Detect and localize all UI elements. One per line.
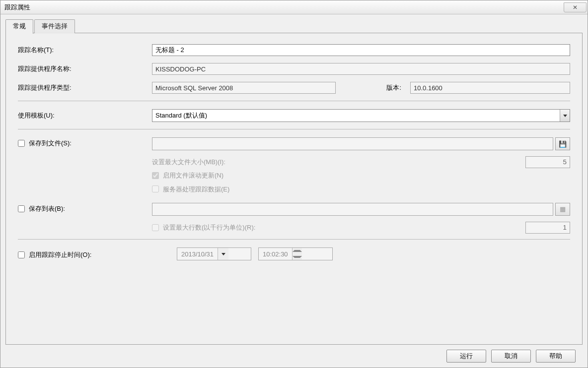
server-process-checkbox — [152, 185, 159, 192]
chevron-down-icon — [293, 256, 302, 258]
save-file-path-field — [152, 137, 553, 150]
save-to-file-checkbox[interactable] — [18, 140, 25, 147]
label-provider-type: 跟踪提供程序类型: — [18, 83, 152, 92]
trace-name-input[interactable] — [152, 44, 570, 56]
label-enable-stop-time: 启用跟踪停止时间(O): — [29, 250, 91, 259]
enable-stop-time-checkbox[interactable] — [18, 251, 25, 258]
cancel-button[interactable]: 取消 — [491, 350, 531, 363]
window-close-button[interactable]: ✕ — [564, 2, 587, 12]
provider-type-field — [152, 82, 336, 94]
client-area: 常规 事件选择 跟踪名称(T): 跟踪提供程序名称: 跟踪提供程序类型: 版本:… — [0, 14, 588, 368]
divider-1 — [18, 101, 570, 101]
tab-events[interactable]: 事件选择 — [34, 19, 75, 33]
table-icon: ▦ — [560, 205, 566, 213]
max-rows-checkbox — [152, 224, 159, 231]
stop-time-value: 10:02:30 — [259, 250, 292, 258]
titlebar: 跟踪属性 ✕ — [0, 0, 588, 14]
browse-file-button[interactable]: 💾 — [555, 137, 570, 150]
save-icon: 💾 — [559, 140, 567, 148]
tabpanel-general: 跟踪名称(T): 跟踪提供程序名称: 跟踪提供程序类型: 版本: 使用模板(U)… — [5, 33, 583, 345]
stop-date-value: 2013/10/31 — [177, 250, 218, 258]
chevron-down-icon — [563, 115, 567, 117]
label-use-template: 使用模板(U): — [18, 111, 152, 120]
template-value: Standard (默认值) — [155, 111, 207, 120]
help-button[interactable]: 帮助 — [536, 350, 576, 363]
label-max-file-size: 设置最大文件大小(MB)(I): — [152, 155, 225, 169]
provider-name-field — [152, 63, 570, 75]
label-save-to-table: 保存到表(B): — [29, 204, 65, 213]
label-max-rows: 设置最大行数(以千行为单位)(R): — [163, 221, 255, 234]
label-version: 版本: — [336, 83, 410, 92]
dialog-footer: 运行 取消 帮助 — [5, 345, 583, 365]
stop-date-picker[interactable]: 2013/10/31 — [177, 247, 251, 260]
close-icon: ✕ — [573, 4, 578, 11]
spin-up-button[interactable] — [293, 248, 302, 254]
tab-general[interactable]: 常规 — [5, 19, 33, 34]
enable-rollover-checkbox — [152, 172, 159, 179]
chevron-up-icon — [293, 250, 302, 252]
time-spinner[interactable] — [292, 248, 302, 260]
label-provider-name: 跟踪提供程序名称: — [18, 64, 152, 73]
trace-properties-dialog: 跟踪属性 ✕ 常规 事件选择 跟踪名称(T): 跟踪提供程序名称: 跟踪提供程序… — [0, 0, 588, 368]
divider-2 — [18, 129, 570, 129]
tabstrip: 常规 事件选择 — [5, 19, 583, 33]
save-table-path-field — [152, 203, 553, 216]
max-rows-field — [525, 222, 570, 234]
label-enable-rollover: 启用文件滚动更新(N) — [163, 169, 223, 182]
template-dropdown-button[interactable] — [560, 110, 570, 122]
stop-time-picker[interactable]: 10:02:30 — [258, 247, 333, 260]
run-button[interactable]: 运行 — [446, 350, 486, 363]
label-server-process: 服务器处理跟踪数据(E) — [163, 183, 229, 196]
label-trace-name: 跟踪名称(T): — [18, 46, 152, 55]
divider-3 — [18, 239, 570, 240]
save-to-table-checkbox[interactable] — [18, 205, 25, 212]
version-field — [410, 82, 570, 94]
spin-down-button[interactable] — [293, 254, 302, 260]
chevron-down-icon — [221, 253, 225, 255]
template-combobox[interactable]: Standard (默认值) — [152, 109, 570, 122]
browse-table-button[interactable]: ▦ — [555, 203, 570, 216]
window-title: 跟踪属性 — [4, 3, 30, 12]
max-file-size-field — [525, 156, 570, 168]
date-dropdown-button[interactable] — [218, 248, 228, 260]
label-save-to-file: 保存到文件(S): — [29, 139, 72, 148]
